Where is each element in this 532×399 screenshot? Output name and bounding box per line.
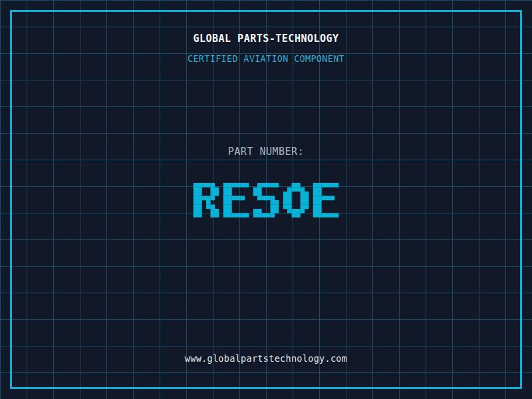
part-label-card: { "colors": { "background": "#111827", "… [0, 0, 532, 399]
pixel-glyph [253, 183, 279, 217]
pixel-glyph [283, 183, 309, 217]
pixel-glyph [313, 183, 339, 217]
brand-subtitle: CERTIFIED AVIATION COMPONENT [188, 53, 344, 64]
pixel-glyph [194, 183, 219, 217]
website-url: www.globalpartstechnology.com [185, 353, 347, 364]
part-number-label: PART NUMBER: [228, 146, 304, 158]
pixel-glyph [223, 183, 249, 217]
part-number-value [194, 183, 339, 217]
brand-title: GLOBAL PARTS-TECHNOLOGY [193, 33, 338, 45]
